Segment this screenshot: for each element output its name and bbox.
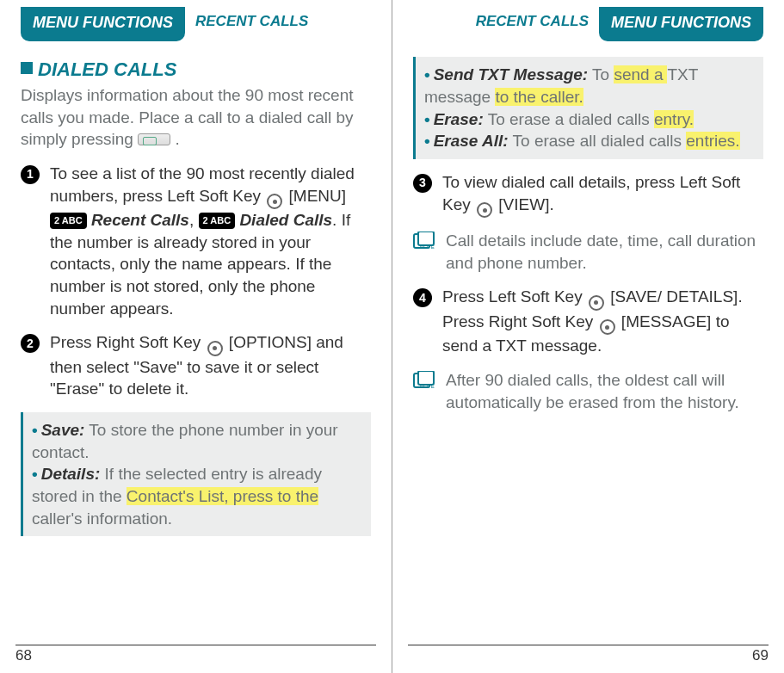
opt-erase-hl: entry. — [654, 110, 694, 128]
header-right: RECENT CALLS MENU FUNCTIONS — [413, 7, 763, 41]
intro-part-b: . — [170, 130, 180, 148]
key-2abc-icon: 2 ABC — [50, 213, 87, 229]
opt-details-b: caller's information. — [32, 509, 172, 528]
step-number-icon: 4 — [413, 288, 432, 307]
svg-text:NOTE: NOTE — [420, 384, 435, 389]
opt-details-hl: Contact's List, press to the — [127, 487, 318, 505]
step1-d: , — [189, 211, 199, 229]
option-details: •Details: If the selected entry is alrea… — [32, 463, 362, 529]
softkey-icon — [477, 202, 492, 218]
step1-b: [MENU] — [284, 187, 346, 205]
svg-text:NOTE: NOTE — [420, 244, 435, 250]
square-bullet-icon — [21, 62, 33, 74]
svg-rect-1 — [418, 232, 434, 245]
tab-menu-functions: MENU FUNCTIONS — [599, 7, 763, 41]
step1-dialed-calls: Dialed Calls — [239, 211, 332, 229]
step-1: 1 To see a list of the 90 most recently … — [21, 163, 371, 319]
step2-a: Press Right Soft Key — [50, 333, 206, 351]
opt-erase-a: To erase a dialed calls — [488, 110, 654, 128]
intro-part-a: Displays information about the 90 most r… — [21, 86, 354, 148]
step-4: 4 Press Left Soft Key [SAVE/ DETAILS]. P… — [413, 286, 763, 357]
note-1-text: Call details include date, time, call du… — [446, 230, 763, 274]
opt-details-term: Details: — [41, 465, 101, 483]
step-number-icon: 3 — [413, 174, 432, 193]
section-heading-dialed-calls: DIALED CALLS — [21, 57, 371, 83]
softkey-icon — [589, 295, 604, 311]
step-4-body: Press Left Soft Key [SAVE/ DETAILS]. Pre… — [442, 286, 763, 357]
subtab-recent-calls: RECENT CALLS — [195, 7, 308, 32]
step-number-icon: 2 — [21, 334, 40, 353]
opt-send-term: Send TXT Message: — [434, 65, 589, 83]
opt-send-hl1: send a — [614, 65, 667, 83]
option-send-txt: •Send TXT Message: To send a TXT message… — [424, 64, 755, 108]
step-3-body: To view dialed call details, press Left … — [442, 171, 763, 218]
step-1-body: To see a list of the 90 most recently di… — [50, 163, 371, 319]
opt-save-term: Save: — [41, 421, 85, 439]
step-number-icon: 1 — [21, 165, 40, 184]
options-box-left: •Save: To store the phone number in your… — [21, 412, 371, 536]
footer-rule — [408, 645, 769, 645]
step-2-body: Press Right Soft Key [OPTIONS] and then … — [50, 331, 371, 400]
note-1: NOTE Call details include date, time, ca… — [413, 230, 763, 274]
header-left: MENU FUNCTIONS RECENT CALLS — [21, 7, 371, 41]
svg-rect-4 — [418, 371, 434, 385]
key-2abc-icon: 2 ABC — [199, 213, 236, 229]
page-right: RECENT CALLS MENU FUNCTIONS •Send TXT Me… — [392, 0, 784, 673]
step4-a: Press Left Soft Key — [442, 287, 587, 306]
page-number-right: 69 — [752, 646, 769, 666]
page-left: MENU FUNCTIONS RECENT CALLS DIALED CALLS… — [0, 0, 392, 673]
softkey-icon — [600, 319, 615, 335]
step-3: 3 To view dialed call details, press Lef… — [413, 171, 763, 218]
note-icon: NOTE — [413, 371, 437, 413]
option-erase-all: •Erase All: To erase all dialed calls en… — [424, 130, 755, 152]
tab-menu-functions: MENU FUNCTIONS — [21, 7, 185, 41]
opt-eraseall-hl: entries. — [686, 132, 739, 150]
opt-eraseall-term: Erase All: — [434, 132, 509, 150]
softkey-icon — [267, 194, 282, 209]
subtab-recent-calls: RECENT CALLS — [476, 7, 589, 32]
step-2: 2 Press Right Soft Key [OPTIONS] and the… — [21, 331, 371, 400]
footer-rule — [15, 645, 376, 645]
note-2: NOTE After 90 dialed calls, the oldest c… — [413, 369, 763, 413]
options-box-right: •Send TXT Message: To send a TXT message… — [413, 57, 763, 159]
step3-b: [VIEW]. — [494, 195, 554, 213]
opt-eraseall-a: To erase all dialed calls — [513, 132, 687, 150]
softkey-icon — [207, 341, 223, 356]
opt-send-hl2: to the caller. — [495, 88, 583, 106]
section-title-text: DIALED CALLS — [38, 59, 176, 80]
send-key-icon — [138, 133, 170, 145]
page-number-left: 68 — [15, 646, 32, 666]
opt-send-a: To — [592, 65, 614, 83]
page-spread: MENU FUNCTIONS RECENT CALLS DIALED CALLS… — [0, 0, 784, 673]
option-save: •Save: To store the phone number in your… — [32, 419, 362, 463]
step1-recent-calls: Recent Calls — [91, 211, 189, 229]
opt-erase-term: Erase: — [434, 110, 484, 128]
note-2-text: After 90 dialed calls, the oldest call w… — [446, 369, 763, 413]
note-icon: NOTE — [413, 232, 437, 274]
option-erase: •Erase: To erase a dialed calls entry. — [424, 108, 755, 131]
section-intro: Displays information about the 90 most r… — [21, 84, 371, 151]
